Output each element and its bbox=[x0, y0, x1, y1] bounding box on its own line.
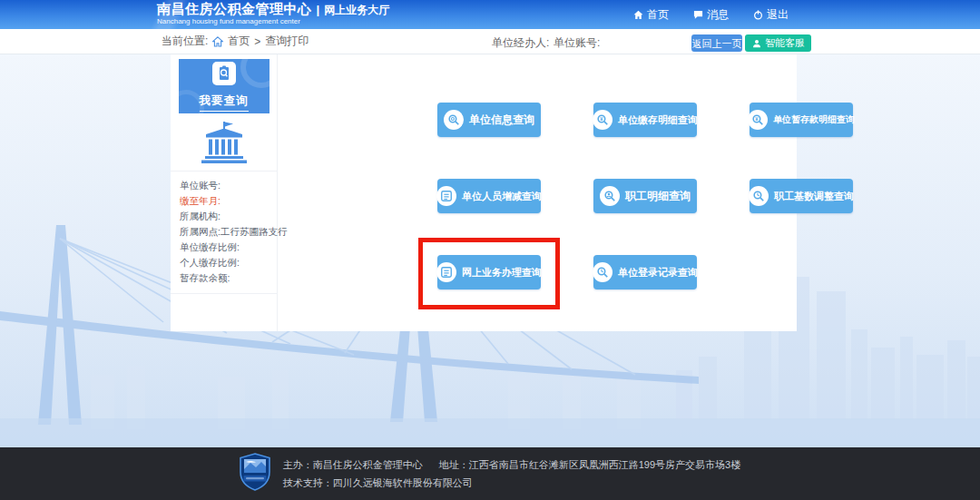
search-clock-icon bbox=[749, 186, 769, 206]
query-button-label: 网上业务办理查询 bbox=[462, 266, 542, 279]
footer-text: 主办：南昌住房公积金管理中心地址：江西省南昌市红谷滩新区凤凰洲西江路199号房产… bbox=[283, 456, 740, 492]
breadcrumb-current: 查询打印 bbox=[265, 34, 309, 49]
info-unit-account: 单位账号: bbox=[180, 178, 268, 193]
query-button-unit-temp-deposit-detail[interactable]: ¥ 单位暂存款明细查询 bbox=[750, 103, 853, 137]
content-panel: 我要查询 单位账号: 缴至年月: 所属机构: 所属网点:工行苏圃路支 bbox=[171, 54, 797, 331]
info-temporary-balance: 暂存款余额: bbox=[180, 270, 268, 286]
query-button-online-business[interactable]: 网上业务办理查询 bbox=[437, 255, 541, 289]
info-branch: 所属网点:工行苏圃路支行 bbox=[180, 224, 268, 240]
search-coin-icon: ¥ bbox=[748, 110, 768, 130]
bank-building-icon bbox=[199, 122, 250, 163]
site-title-block: 南昌住房公积金管理中心 | 网上业务大厅 Nanchang housing fu… bbox=[157, 2, 389, 25]
nav-messages-label: 消息 bbox=[707, 7, 729, 23]
back-button[interactable]: 返回上一页 bbox=[691, 34, 742, 52]
smart-service-label: 智能客服 bbox=[765, 36, 805, 50]
query-button-login-records[interactable]: 单位登录记录查询 bbox=[593, 255, 697, 289]
search-coin-icon: ¥ bbox=[593, 110, 612, 130]
svg-text:¥: ¥ bbox=[755, 116, 759, 122]
top-nav: 首页 消息 退出 bbox=[632, 0, 789, 29]
footer-address: 江西省南昌市红谷滩新区凤凰洲西江路199号房产交易市场3楼 bbox=[469, 459, 740, 470]
footer: 主办：南昌住房公积金管理中心地址：江西省南昌市红谷滩新区凤凰洲西江路199号房产… bbox=[0, 447, 980, 500]
site-title: 南昌住房公积金管理中心 bbox=[157, 2, 312, 17]
title-divider: | bbox=[317, 4, 320, 16]
query-button-label: 单位人员增减查询 bbox=[462, 190, 542, 203]
sidebar: 我要查询 单位账号: 缴至年月: 所属机构: 所属网点:工行苏圃路支 bbox=[171, 54, 278, 331]
query-button-label: 单位信息查询 bbox=[469, 113, 534, 128]
query-button-label: 职工明细查询 bbox=[625, 189, 691, 204]
query-button-label: 职工基数调整查询 bbox=[774, 190, 854, 203]
footer-tech-label: 技术支持： bbox=[283, 477, 333, 488]
portal-title: 网上业务大厅 bbox=[324, 5, 389, 16]
sidebar-item-query[interactable]: 我要查询 bbox=[179, 59, 270, 113]
breadcrumb-separator: > bbox=[254, 35, 260, 48]
breadcrumb-home-icon bbox=[212, 36, 223, 47]
query-button-label: 单位暂存款明细查询 bbox=[773, 113, 855, 126]
location-label: 当前位置: bbox=[162, 34, 208, 49]
roster-icon bbox=[436, 186, 456, 206]
footer-host: 南昌住房公积金管理中心 bbox=[313, 459, 423, 470]
svg-text:¥: ¥ bbox=[600, 116, 603, 122]
nav-messages[interactable]: 消息 bbox=[692, 7, 729, 23]
search-icon bbox=[444, 110, 464, 130]
footer-tech: 四川久远银海软件股份有限公司 bbox=[333, 477, 473, 488]
query-button-base-adjustment[interactable]: 职工基数调整查询 bbox=[750, 179, 853, 213]
footer-host-label: 主办： bbox=[283, 459, 313, 470]
header: 南昌住房公积金管理中心 | 网上业务大厅 Nanchang housing fu… bbox=[0, 0, 980, 29]
query-button-unit-info[interactable]: 单位信息查询 bbox=[437, 103, 541, 137]
account-label: 单位账号: bbox=[554, 35, 600, 51]
info-affiliated-org: 所属机构: bbox=[180, 209, 268, 224]
search-person-icon bbox=[600, 186, 620, 206]
smart-service-button[interactable]: 智能客服 bbox=[745, 34, 811, 52]
clipboard-search-icon bbox=[212, 62, 236, 89]
unit-info-list: 单位账号: 缴至年月: 所属机构: 所属网点:工行苏圃路支行 单位缴存比例: 个… bbox=[171, 172, 277, 294]
customer-service-icon bbox=[751, 38, 762, 49]
breadcrumb: 当前位置: 首页 > 查询打印 bbox=[162, 29, 309, 54]
info-personal-deposit-ratio: 个人缴存比例: bbox=[180, 255, 268, 270]
nav-home[interactable]: 首页 bbox=[632, 7, 669, 23]
logout-icon bbox=[752, 9, 763, 20]
query-button-unit-deposit-detail[interactable]: ¥ 单位缴存明细查询 bbox=[593, 103, 697, 137]
nav-logout[interactable]: 退出 bbox=[752, 7, 789, 23]
search-clock-icon bbox=[593, 262, 612, 282]
footer-line-tech: 技术支持：四川久远银海软件股份有限公司 bbox=[283, 474, 740, 492]
institution-badge-icon bbox=[240, 453, 270, 495]
main-area: 我要查询 单位账号: 缴至年月: 所属机构: 所属网点:工行苏圃路支 bbox=[0, 54, 980, 447]
site-title-english: Nanchang housing fund management center bbox=[157, 18, 389, 26]
nav-home-label: 首页 bbox=[647, 7, 669, 23]
institution-logo-box bbox=[171, 113, 277, 172]
footer-address-label: 地址： bbox=[439, 459, 469, 470]
query-button-grid: 单位信息查询 ¥ 单位缴存明细查询 ¥ 单位暂存款明细查询 单位人员增减查询 bbox=[278, 54, 797, 331]
nav-logout-label: 退出 bbox=[767, 7, 789, 23]
info-paid-through-month: 缴至年月: bbox=[180, 193, 268, 209]
query-button-personnel-change[interactable]: 单位人员增减查询 bbox=[437, 179, 541, 213]
footer-line-host: 主办：南昌住房公积金管理中心地址：江西省南昌市红谷滩新区凤凰洲西江路199号房产… bbox=[283, 456, 740, 474]
roster-icon bbox=[436, 262, 456, 282]
info-unit-deposit-ratio: 单位缴存比例: bbox=[180, 240, 268, 255]
query-button-label: 单位登录记录查询 bbox=[618, 266, 698, 279]
breadcrumb-home-link[interactable]: 首页 bbox=[228, 34, 250, 49]
operator-label: 单位经办人: bbox=[492, 35, 549, 51]
message-icon bbox=[692, 9, 703, 20]
query-button-label: 单位缴存明细查询 bbox=[618, 113, 698, 127]
home-icon bbox=[632, 9, 643, 20]
breadcrumb-bar: 当前位置: 首页 > 查询打印 单位经办人: 单位账号: 返回上一页 智能客服 bbox=[0, 29, 980, 54]
query-button-employee-detail[interactable]: 职工明细查询 bbox=[593, 179, 697, 213]
sidebar-query-label: 我要查询 bbox=[200, 93, 249, 112]
